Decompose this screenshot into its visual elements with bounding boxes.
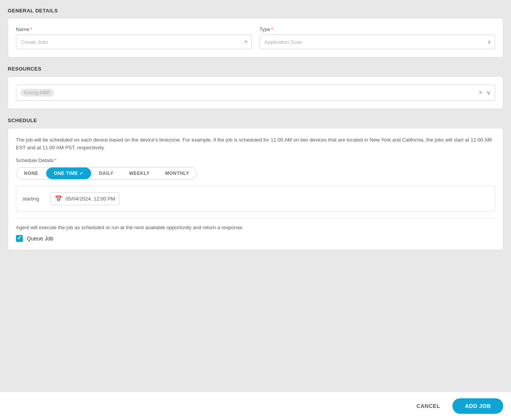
starting-row: starting 📅 05/04/2024, 12:00 PM [23,192,488,205]
resource-select-wrapper[interactable]: Koenig-MBP × ∨ [16,85,495,101]
general-details-card: Name* × Type* Application Scan [8,18,503,57]
calendar-icon: 📅 [55,195,62,202]
schedule-title: SCHEDULE [8,118,503,123]
schedule-section: SCHEDULE The job will be scheduled on ea… [8,118,503,250]
tab-none[interactable]: NONE [16,168,46,179]
resource-controls: × ∨ [479,90,491,96]
type-select[interactable]: Application Scan [260,35,495,49]
queue-job-checkbox-wrapper[interactable] [16,235,23,242]
schedule-tabs: NONE ONE TIME ✓ DAILY WEEKLY MONTHLY [16,167,197,180]
type-label: Type* [260,26,495,32]
date-value: 05/04/2024, 12:00 PM [66,196,115,202]
date-input-wrapper[interactable]: 📅 05/04/2024, 12:00 PM [50,192,120,205]
add-job-button[interactable]: ADD JOB [452,398,503,414]
cancel-button[interactable]: CANCEL [410,399,446,413]
name-input-wrapper: × [16,35,252,49]
name-label: Name* [16,26,252,32]
queue-job-label: Queue Job [27,235,54,242]
resources-section: RESOURCES Koenig-MBP × ∨ [8,66,503,109]
queue-job-row: Queue Job [16,235,495,242]
tab-monthly[interactable]: MONTHLY [158,168,197,179]
type-required: * [271,26,273,32]
schedule-info-text: The job will be scheduled on each device… [16,136,495,151]
name-input[interactable] [16,35,252,49]
name-field-group: Name* × [16,26,252,49]
general-details-title: GENERAL DETAILS [8,8,503,14]
schedule-date-area: starting 📅 05/04/2024, 12:00 PM [16,186,495,212]
schedule-required: * [55,157,57,163]
schedule-card: The job will be scheduled on each device… [8,128,503,250]
tab-daily[interactable]: DAILY [91,168,121,179]
queue-job-checkbox[interactable] [16,235,23,242]
schedule-divider [16,218,495,218]
name-required: * [30,26,32,32]
tab-weekly[interactable]: WEEKLY [121,168,157,179]
agent-text: Agent will execute the job as scheduled … [16,225,495,230]
resource-clear-button[interactable]: × [479,90,482,96]
footer: CANCEL ADD JOB [0,392,511,420]
resources-card: Koenig-MBP × ∨ [8,76,503,109]
name-clear-button[interactable]: × [244,39,248,45]
type-field-group: Type* Application Scan ∨ [260,26,495,49]
resources-title: RESOURCES [8,66,503,72]
schedule-details-label: Schedule Details* [16,157,495,163]
general-details-section: GENERAL DETAILS Name* × Type* [8,8,503,57]
starting-label: starting [23,196,46,202]
resource-chevron-button[interactable]: ∨ [486,90,491,96]
tab-one-time[interactable]: ONE TIME ✓ [46,168,91,179]
type-select-wrapper: Application Scan ∨ [260,35,495,49]
resource-tag: Koenig-MBP [20,89,54,97]
general-details-row: Name* × Type* Application Scan [16,26,495,49]
